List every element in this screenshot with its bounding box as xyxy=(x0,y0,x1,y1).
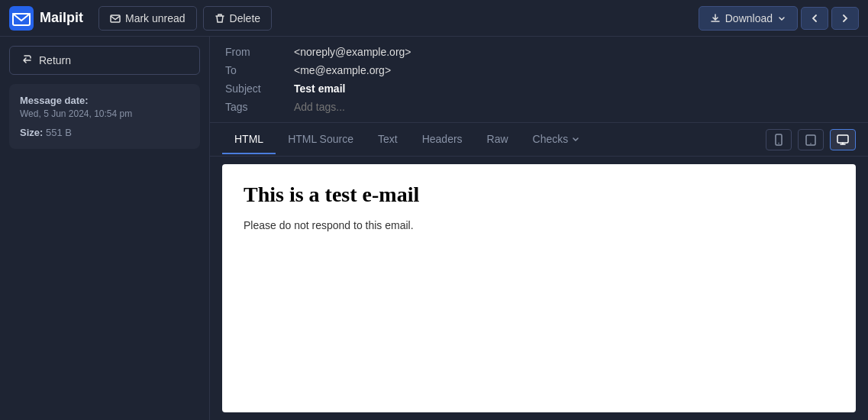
svg-point-6 xyxy=(810,143,812,144)
from-value: <noreply@example.org> xyxy=(294,46,853,58)
tab-raw[interactable]: Raw xyxy=(475,125,521,154)
email-area: From <noreply@example.org> To <me@exampl… xyxy=(210,37,868,420)
navbar: Mailpit Mark unread Delete Download xyxy=(0,0,868,37)
tablet-icon xyxy=(805,134,817,146)
brand-name: Mailpit xyxy=(40,10,83,26)
mark-unread-label: Mark unread xyxy=(125,12,186,24)
return-icon xyxy=(21,54,33,66)
email-paragraph: Please do not respond to this email. xyxy=(244,219,834,231)
navbar-actions: Mark unread Delete Download xyxy=(98,6,859,31)
size-value: 551 B xyxy=(46,127,72,138)
email-body: This is a test e-mail Please do not resp… xyxy=(222,164,856,412)
return-button[interactable]: Return xyxy=(9,46,200,75)
mobile-view-button[interactable] xyxy=(766,129,792,150)
mark-unread-button[interactable]: Mark unread xyxy=(98,6,197,31)
mailpit-logo xyxy=(9,6,34,31)
email-heading: This is a test e-mail xyxy=(244,183,834,207)
checks-chevron-icon xyxy=(571,134,580,144)
tablet-view-button[interactable] xyxy=(798,129,824,150)
nav-right: Download xyxy=(699,6,859,31)
tab-list: HTML HTML Source Text Headers Raw Checks xyxy=(222,125,766,153)
prev-email-button[interactable] xyxy=(801,7,828,30)
tags-label: Tags xyxy=(225,101,294,113)
next-email-button[interactable] xyxy=(831,7,859,30)
return-label: Return xyxy=(39,54,71,66)
svg-point-4 xyxy=(778,142,779,144)
tab-text[interactable]: Text xyxy=(366,125,410,154)
brand: Mailpit xyxy=(9,6,83,31)
svg-rect-7 xyxy=(837,135,848,143)
to-value: <me@example.org> xyxy=(294,64,853,76)
size-label: Size: xyxy=(20,127,43,138)
message-date-value: Wed, 5 Jun 2024, 10:54 pm xyxy=(20,108,189,119)
tab-headers[interactable]: Headers xyxy=(410,125,475,154)
subject-value: Test email xyxy=(294,82,853,95)
desktop-view-button[interactable] xyxy=(830,129,856,150)
desktop-icon xyxy=(837,134,849,146)
tab-html[interactable]: HTML xyxy=(222,125,276,154)
chevron-right-icon xyxy=(840,13,850,24)
main-content: Return Message date: Wed, 5 Jun 2024, 10… xyxy=(0,37,868,420)
trash-icon xyxy=(215,13,225,24)
tab-checks[interactable]: Checks xyxy=(521,125,593,154)
tags-input[interactable] xyxy=(294,101,428,113)
tags-field xyxy=(294,101,853,113)
mobile-icon xyxy=(773,134,785,146)
delete-button[interactable]: Delete xyxy=(203,6,272,31)
message-date-label: Message date: xyxy=(20,95,189,106)
email-header: From <noreply@example.org> To <me@exampl… xyxy=(210,37,868,123)
chevron-left-icon xyxy=(809,13,820,24)
envelope-icon xyxy=(110,13,121,24)
tab-html-source[interactable]: HTML Source xyxy=(276,125,366,154)
download-label: Download xyxy=(725,12,773,24)
sidebar: Return Message date: Wed, 5 Jun 2024, 10… xyxy=(0,37,210,420)
download-button[interactable]: Download xyxy=(699,6,798,31)
subject-label: Subject xyxy=(225,82,294,95)
checks-label: Checks xyxy=(533,133,569,145)
view-controls xyxy=(766,129,856,150)
delete-label: Delete xyxy=(230,12,260,24)
download-icon xyxy=(710,13,721,24)
from-label: From xyxy=(225,46,294,58)
tab-bar: HTML HTML Source Text Headers Raw Checks xyxy=(210,123,868,157)
svg-rect-2 xyxy=(111,15,120,22)
chevron-down-icon xyxy=(777,14,786,23)
to-label: To xyxy=(225,64,294,76)
meta-card: Message date: Wed, 5 Jun 2024, 10:54 pm … xyxy=(9,84,200,149)
